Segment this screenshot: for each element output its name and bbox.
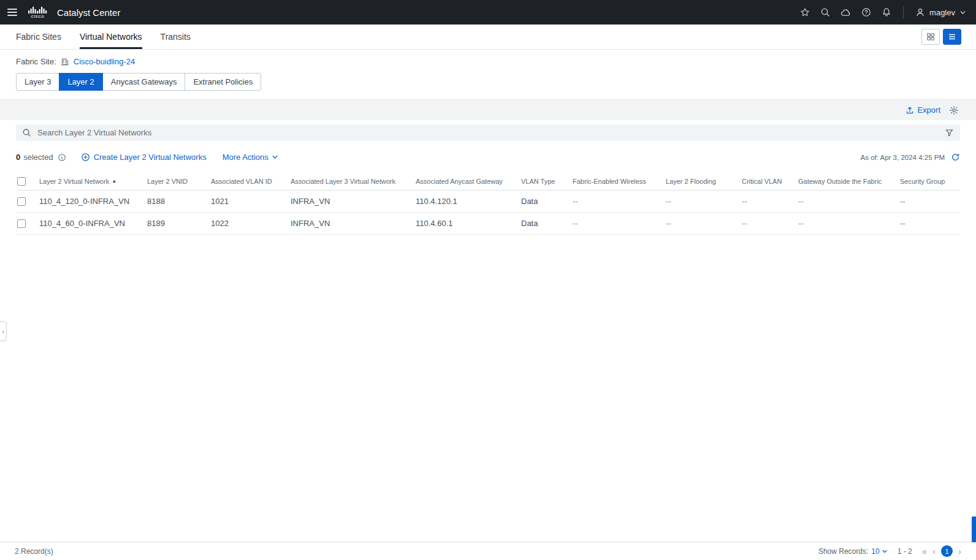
layer-tabs: Layer 3 Layer 2 Anycast Gateways Extrane… <box>16 73 960 91</box>
table-row[interactable]: 110_4_120_0-INFRA_VN 8188 1021 INFRA_VN … <box>16 191 960 213</box>
tab-extranet-policies[interactable]: Extranet Policies <box>185 73 261 91</box>
filter-button[interactable] <box>945 128 954 137</box>
show-records: Show Records: 10 <box>818 547 888 556</box>
page-range: 1 - 2 <box>898 547 912 556</box>
section-tabbar: Fabric Sites Virtual Networks Transits <box>0 25 976 50</box>
scrollbar-thumb[interactable] <box>972 516 976 542</box>
list-view-button[interactable] <box>943 29 961 45</box>
cloud-icon[interactable] <box>841 7 851 18</box>
more-actions-dropdown[interactable]: More Actions <box>223 153 278 162</box>
sort-asc-icon[interactable]: ▲ <box>112 179 116 184</box>
more-actions-label: More Actions <box>223 153 269 162</box>
search-bar <box>16 124 960 141</box>
cell-security-group: -- <box>900 197 960 206</box>
cell-network-name: 110_4_60_0-INFRA_VN <box>39 219 147 228</box>
cell-security-group: -- <box>900 219 960 228</box>
current-page-badge[interactable]: 1 <box>941 545 953 557</box>
fabric-site-section: Fabric Site: Cisco-buidling-24 Layer 3 L… <box>0 50 976 100</box>
tab-anycast-gateways[interactable]: Anycast Gateways <box>102 73 186 91</box>
row-checkbox[interactable] <box>17 197 26 206</box>
notifications-bell-icon[interactable] <box>882 7 891 17</box>
search-input[interactable] <box>36 127 940 138</box>
column-header-layer2-vn[interactable]: Layer 2 Virtual Network ▲ <box>39 178 147 185</box>
pagination-footer: 2 Record(s) Show Records: 10 1 - 2 « ‹ 1… <box>0 542 976 560</box>
refresh-button[interactable] <box>951 153 960 162</box>
table-settings-button[interactable] <box>949 105 959 115</box>
column-header-anycast-gateway[interactable]: Associated Anycast Gateway <box>416 178 521 185</box>
first-page-button[interactable]: « <box>922 547 927 556</box>
list-view-icon <box>948 32 956 41</box>
user-menu[interactable]: maglev <box>915 7 966 17</box>
tab-fabric-sites[interactable]: Fabric Sites <box>16 25 61 49</box>
cell-l3-vn: INFRA_VN <box>291 219 416 228</box>
column-header-l3-vn[interactable]: Associated Layer 3 Virtual Network <box>291 178 416 185</box>
chevron-down-icon <box>882 548 888 554</box>
tab-layer-2[interactable]: Layer 2 <box>59 73 102 91</box>
column-header-critical-vlan[interactable]: Critical VLAN <box>742 178 798 185</box>
cell-l3-vn: INFRA_VN <box>291 197 416 206</box>
search-icon <box>22 128 31 137</box>
select-all-checkbox[interactable] <box>17 177 26 186</box>
grid-view-button[interactable] <box>921 29 940 45</box>
create-layer2-vn-label: Create Layer 2 Virtual Networks <box>94 153 207 162</box>
tab-layer-3[interactable]: Layer 3 <box>16 73 59 91</box>
row-checkbox[interactable] <box>17 219 26 228</box>
cell-l2-flooding: -- <box>666 197 742 206</box>
selected-count: 0 <box>16 153 20 162</box>
fabric-site-link[interactable]: Cisco-buidling-24 <box>74 57 135 66</box>
cell-vnid: 8188 <box>147 197 211 206</box>
tab-transits[interactable]: Transits <box>161 25 191 49</box>
previous-page-button[interactable]: ‹ <box>932 547 936 556</box>
table-refresh-group: As of: Apr 3, 2024 4:25 PM <box>861 153 960 162</box>
as-of-timestamp: As of: Apr 3, 2024 4:25 PM <box>861 154 945 161</box>
column-header-l2-flooding[interactable]: Layer 2 Flooding <box>666 178 742 185</box>
cell-fabric-wireless: -- <box>573 219 666 228</box>
record-count: 2 Record(s) <box>15 547 53 556</box>
virtual-networks-card: 0 selected Create Layer 2 Virtual Networ… <box>0 120 976 542</box>
tab-virtual-networks[interactable]: Virtual Networks <box>80 25 142 49</box>
cell-vlan-type: Data <box>521 219 573 228</box>
next-page-button[interactable]: › <box>958 547 961 556</box>
user-icon <box>915 7 925 17</box>
selection-info-button[interactable] <box>58 153 66 162</box>
cell-network-name: 110_4_120_0-INFRA_VN <box>39 197 147 206</box>
cell-critical-vlan: -- <box>742 219 798 228</box>
column-header-fabric-wireless[interactable]: Fabric-Enabled Wireless <box>573 178 666 185</box>
create-layer2-vn-button[interactable]: Create Layer 2 Virtual Networks <box>81 153 207 162</box>
cell-anycast-gateway: 110.4.60.1 <box>416 219 521 228</box>
column-header-security-group[interactable]: Security Group <box>900 178 960 185</box>
info-icon <box>58 153 66 162</box>
fabric-site-row: Fabric Site: Cisco-buidling-24 <box>16 57 960 66</box>
favorites-star-icon[interactable] <box>800 7 810 17</box>
column-header-gw-outside-fabric[interactable]: Gateway Outside the Fabric <box>798 178 900 185</box>
cell-gw-outside-fabric: -- <box>798 219 900 228</box>
column-header-vnid[interactable]: Layer 2 VNID <box>147 178 211 185</box>
fabric-site-label: Fabric Site: <box>16 57 56 66</box>
column-header-vlan-type[interactable]: VLAN Type <box>521 178 573 185</box>
cisco-logo-bars-icon <box>28 6 47 13</box>
pager: « ‹ 1 › <box>922 545 961 557</box>
table-row[interactable]: 110_4_60_0-INFRA_VN 8189 1022 INFRA_VN 1… <box>16 213 960 235</box>
panel-expand-handle[interactable]: › <box>0 321 7 341</box>
column-header-vlan-id[interactable]: Associated VLAN ID <box>211 178 291 185</box>
table-header-row: Layer 2 Virtual Network ▲ Layer 2 VNID A… <box>16 172 960 191</box>
cell-vnid: 8189 <box>147 219 211 228</box>
cell-gw-outside-fabric: -- <box>798 197 900 206</box>
building-icon <box>61 58 69 66</box>
export-icon <box>905 106 914 115</box>
selected-label: selected <box>23 153 53 162</box>
row-select-cell <box>16 197 39 206</box>
pagination-controls: Show Records: 10 1 - 2 « ‹ 1 › <box>818 545 961 557</box>
search-icon[interactable] <box>820 7 830 17</box>
chevron-down-icon <box>272 154 278 161</box>
cell-fabric-wireless: -- <box>573 197 666 206</box>
cell-anycast-gateway: 110.4.120.1 <box>416 197 521 206</box>
app-header: cisco Catalyst Center maglev <box>0 0 976 25</box>
help-icon[interactable] <box>861 7 871 17</box>
show-records-select[interactable]: 10 <box>871 547 887 556</box>
export-button[interactable]: Export <box>905 105 940 115</box>
layer2-vn-table: Layer 2 Virtual Network ▲ Layer 2 VNID A… <box>16 172 960 235</box>
menu-icon[interactable] <box>7 9 17 16</box>
row-select-cell <box>16 219 39 228</box>
header-actions: maglev <box>800 6 966 18</box>
